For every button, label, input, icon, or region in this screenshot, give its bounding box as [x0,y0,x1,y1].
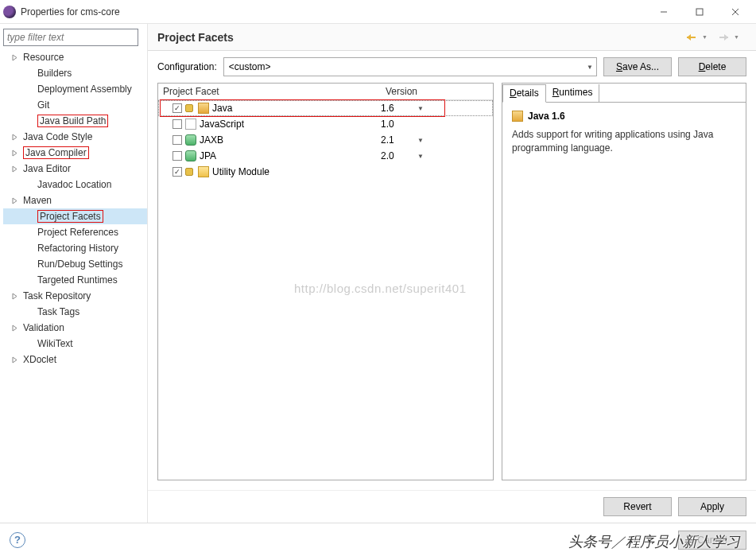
delete-button[interactable]: Delete [678,57,746,76]
nav-item-run-debug-settings[interactable]: Run/Debug Settings [3,256,147,272]
nav-item-java-compiler[interactable]: Java Compiler [3,145,147,161]
nav-item-deployment-assembly[interactable]: Deployment Assembly [3,81,147,97]
facets-header: Project Facet Version [158,84,493,100]
nav-item-validation[interactable]: Validation [3,320,147,336]
expander-icon[interactable] [11,54,18,61]
expander-icon[interactable] [11,293,18,300]
facet-checkbox[interactable] [173,135,182,145]
sidebar: ResourceBuildersDeployment AssemblyGitJa… [0,24,147,523]
svg-rect-1 [696,9,703,15]
detail-tabs: Details Runtimes [502,84,746,103]
nav-tree[interactable]: ResourceBuildersDeployment AssemblyGitJa… [3,49,147,367]
chevron-down-icon: ▼ [587,64,593,71]
config-value: <custom> [229,61,271,72]
jaxb-icon [185,134,196,146]
tab-details[interactable]: Details [502,84,546,103]
util-icon [198,166,209,177]
save-as-button[interactable]: Save As... [603,57,672,76]
col-facet[interactable]: Project Facet [158,84,381,99]
nav-item-refactoring-history[interactable]: Refactoring History [3,240,147,256]
watermark2-text: 头条号／程序员小新人学习 [568,532,740,551]
nav-item-builders[interactable]: Builders [3,65,147,81]
nav-item-task-repository[interactable]: Task Repository [3,288,147,304]
facet-row-jaxb[interactable]: JAXB2.1▼ [158,132,493,148]
config-label: Configuration: [157,61,217,72]
nav-item-java-build-path[interactable]: Java Build Path [3,113,147,129]
facet-row-javascript[interactable]: JavaScript1.0 [158,116,493,132]
close-button[interactable] [717,1,753,23]
forward-menu-icon[interactable]: ▼ [734,31,746,44]
version-dropdown[interactable]: ▼ [413,137,428,144]
eclipse-icon [3,6,16,18]
nav-item-git[interactable]: Git [3,97,147,113]
java-icon [198,103,209,114]
expander-icon[interactable] [11,356,18,364]
lock-icon [185,168,193,176]
expander-icon[interactable] [11,134,18,141]
facet-checkbox[interactable] [173,103,182,113]
titlebar: Properties for cms-core [0,0,756,24]
version-dropdown[interactable]: ▼ [413,153,428,160]
filter-input[interactable] [3,29,138,46]
main-panel: Project Facets ▼ ▼ Configuration: <custo… [147,24,756,523]
minimize-button[interactable] [646,1,681,23]
config-row: Configuration: <custom> ▼ Save As... Del… [148,51,756,83]
expander-icon[interactable] [11,197,18,204]
java-icon [512,111,523,122]
maximize-button[interactable] [681,1,717,23]
config-select[interactable]: <custom> ▼ [223,57,597,76]
back-arrow-icon[interactable] [686,31,699,44]
inner-footer: Revert Apply [148,490,756,523]
facet-checkbox[interactable] [173,167,182,177]
nav-item-maven[interactable]: Maven [3,192,147,208]
js-icon [185,119,196,130]
detail-body: Adds support for writing applications us… [512,128,736,155]
lock-icon [185,104,193,112]
version-dropdown[interactable]: ▼ [413,105,428,112]
nav-item-xdoclet[interactable]: XDoclet [3,352,147,367]
filter-wrapper [3,29,138,46]
nav-item-project-facets[interactable]: Project Facets [3,208,147,224]
help-button[interactable]: ? [10,532,25,548]
nav-item-resource[interactable]: Resource [3,49,147,65]
facets-table: Project Facet Version Java1.6▼JavaScript… [157,83,494,480]
jpa-icon [185,150,196,161]
facet-row-jpa[interactable]: JPA2.0▼ [158,148,493,164]
page-title: Project Facets [157,31,683,44]
forward-arrow-icon[interactable] [718,31,731,44]
nav-item-targeted-runtimes[interactable]: Targeted Runtimes [3,272,147,288]
facet-row-utility-module[interactable]: Utility Module [158,164,493,180]
expander-icon[interactable] [11,325,18,332]
nav-item-wikitext[interactable]: WikiText [3,336,147,352]
expander-icon[interactable] [11,165,18,173]
window-title: Properties for cms-core [21,6,646,17]
expander-icon[interactable] [11,150,18,157]
apply-button[interactable]: Apply [678,497,746,516]
nav-item-java-editor[interactable]: Java Editor [3,161,147,177]
nav-item-project-references[interactable]: Project References [3,224,147,240]
facet-checkbox[interactable] [173,119,182,129]
tab-runtimes[interactable]: Runtimes [546,84,600,103]
facet-checkbox[interactable] [173,151,182,161]
nav-item-javadoc-location[interactable]: Javadoc Location [3,177,147,192]
nav-item-task-tags[interactable]: Task Tags [3,304,147,320]
detail-pane: Details Runtimes Java 1.6 Adds support f… [502,83,746,480]
back-menu-icon[interactable]: ▼ [702,31,715,44]
nav-item-java-code-style[interactable]: Java Code Style [3,129,147,145]
facet-row-java[interactable]: Java1.6▼ [158,100,493,116]
detail-title: Java 1.6 [512,111,736,122]
revert-button[interactable]: Revert [603,497,672,516]
page-header: Project Facets ▼ ▼ [148,24,756,51]
col-version[interactable]: Version [381,84,422,99]
